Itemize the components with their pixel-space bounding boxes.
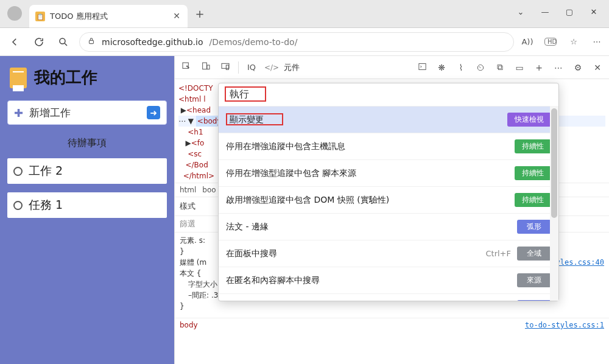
favorite-icon[interactable]: ☆ xyxy=(568,37,580,46)
command-item[interactable]: 停用在增強追蹤中包含主機訊息持續性 xyxy=(219,133,558,159)
command-item[interactable]: 顯示變更快速檢視 xyxy=(219,106,558,133)
refresh-button[interactable] xyxy=(30,33,48,51)
app-header: 我的工作 xyxy=(7,63,167,92)
url-field[interactable]: microsoftedge.github.io/Demos/demo-to-do… xyxy=(79,32,514,52)
search-button[interactable] xyxy=(55,33,72,51)
styles-rule-bottom: body to-do-styles.css:1 xyxy=(175,318,609,332)
command-label: 顯示變更 xyxy=(226,114,501,125)
window-controls: ⌄ — ▢ ✕ xyxy=(516,0,609,16)
more-tools-icon[interactable]: ⋯ xyxy=(552,63,565,72)
new-tab-button[interactable]: + xyxy=(191,7,208,24)
command-menu[interactable]: 執行 顯示變更快速檢視停用在增強追蹤中包含主機訊息持續性停用在增強型追蹤中包含 … xyxy=(218,83,559,301)
add-panel-button[interactable]: + xyxy=(532,63,546,72)
url-path: /Demos/demo-to-do/ xyxy=(209,37,298,47)
command-item[interactable]: 在面板中搜尋Ctrl+F全域 xyxy=(219,240,558,267)
command-prompt: 執行 xyxy=(225,86,266,102)
window-titlebar: 📋 TODO 應用程式 ✕ + ⌄ — ▢ ✕ xyxy=(0,0,609,28)
command-label: 啟用增強型追蹤中包含 DOM 快照 (實驗性) xyxy=(226,195,509,206)
svg-point-0 xyxy=(60,38,65,44)
settings-icon[interactable]: ⚙ xyxy=(571,63,585,72)
command-label: 在匿名和內容腳本中搜尋 xyxy=(226,275,511,286)
plus-icon: ✚ xyxy=(14,107,23,119)
performance-icon[interactable]: ⏲ xyxy=(474,63,487,72)
scrollbar[interactable] xyxy=(550,106,558,301)
command-badge: 持續性 xyxy=(515,193,551,207)
memory-icon[interactable]: ⧉ xyxy=(493,62,507,72)
command-item[interactable]: 停用在增強型追蹤中包含 腳本來源持續性 xyxy=(219,159,558,186)
close-devtools-button[interactable]: ✕ xyxy=(591,63,604,72)
network-icon[interactable]: ⌇ xyxy=(454,63,468,72)
task-item[interactable]: 工作 2 xyxy=(7,158,167,184)
command-badge: 持續性 xyxy=(515,139,551,153)
command-badge: 全域 xyxy=(517,247,551,261)
command-badge: 外觀 xyxy=(517,300,551,301)
tab-title: TODO 應用程式 xyxy=(50,11,167,22)
checkbox-icon[interactable] xyxy=(13,201,23,210)
svg-rect-7 xyxy=(418,63,425,69)
svg-rect-1 xyxy=(90,40,94,43)
command-item[interactable]: 繁體中文 () - 中文 (繁體)外觀 xyxy=(219,293,558,301)
device-icon[interactable] xyxy=(199,61,213,74)
back-button[interactable] xyxy=(6,33,23,51)
command-badge: 持續性 xyxy=(515,166,551,180)
close-window-button[interactable]: ✕ xyxy=(590,7,598,16)
responsive-icon[interactable] xyxy=(219,61,232,74)
address-actions: A)) HD ☆ ⋯ xyxy=(521,37,603,46)
command-badge: 弧形 xyxy=(517,220,551,234)
svg-rect-4 xyxy=(207,65,209,69)
settings-menu-icon[interactable]: ⋯ xyxy=(591,37,603,46)
command-item[interactable]: 在匿名和內容腳本中搜尋來源 xyxy=(219,267,558,293)
svg-rect-6 xyxy=(226,65,228,69)
minimize-button[interactable]: — xyxy=(541,7,549,16)
collections-icon[interactable]: HD xyxy=(544,38,557,46)
pending-label: 待辦事項 xyxy=(7,137,167,150)
close-tab-button[interactable]: ✕ xyxy=(172,12,181,21)
svg-rect-2 xyxy=(183,63,188,68)
inspect-icon[interactable] xyxy=(180,61,193,74)
command-item[interactable]: 法文 - 邊緣弧形 xyxy=(219,213,558,240)
add-task-placeholder: 新增工作 xyxy=(29,106,141,120)
checkbox-icon[interactable] xyxy=(13,167,23,176)
profile-avatar[interactable] xyxy=(7,6,22,21)
read-aloud-icon[interactable]: A)) xyxy=(521,37,533,46)
browser-tab[interactable]: 📋 TODO 應用程式 ✕ xyxy=(29,5,188,28)
todo-app: 我的工作 ✚ 新增工作 ➜ 待辦事項 工作 2 任務 1 xyxy=(0,56,174,364)
submit-task-button[interactable]: ➜ xyxy=(147,106,160,119)
console-icon[interactable] xyxy=(415,62,429,73)
issues-icon[interactable]: ❋ xyxy=(435,63,448,72)
clipboard-icon xyxy=(10,68,27,88)
task-label: 任務 1 xyxy=(29,197,63,213)
app-title: 我的工作 xyxy=(34,67,97,88)
elements-tab-icon: </> xyxy=(264,63,278,72)
lock-icon xyxy=(87,37,96,47)
command-label: 停用在增強型追蹤中包含 腳本來源 xyxy=(226,168,509,179)
application-icon[interactable]: ▭ xyxy=(513,63,526,72)
chevron-down-icon[interactable]: ⌄ xyxy=(516,7,525,16)
command-item[interactable]: 啟用增強型追蹤中包含 DOM 快照 (實驗性)持續性 xyxy=(219,186,558,213)
svg-rect-5 xyxy=(222,63,229,68)
command-list: 顯示變更快速檢視停用在增強追蹤中包含主機訊息持續性停用在增強型追蹤中包含 腳本來… xyxy=(219,106,558,301)
command-shortcut: Ctrl+F xyxy=(485,249,511,258)
command-badge: 來源 xyxy=(517,273,551,287)
task-label: 工作 2 xyxy=(29,163,63,179)
command-search-input[interactable]: 執行 xyxy=(219,83,558,106)
svg-rect-3 xyxy=(203,63,207,69)
maximize-button[interactable]: ▢ xyxy=(565,7,574,16)
add-task-input[interactable]: ✚ 新增工作 ➜ xyxy=(7,100,167,125)
command-label: 停用在增強追蹤中包含主機訊息 xyxy=(226,141,509,152)
css-link[interactable]: to-do-styles.css:1 xyxy=(525,321,604,329)
elements-tab[interactable]: 元件 xyxy=(284,62,300,73)
devtools-toolbar: IQ </> 元件 ❋ ⌇ ⏲ ⧉ ▭ + ⋯ ⚙ ✕ xyxy=(175,56,609,79)
iq-icon[interactable]: IQ xyxy=(245,63,258,72)
task-item[interactable]: 任務 1 xyxy=(7,192,167,218)
address-bar: microsoftedge.github.io/Demos/demo-to-do… xyxy=(0,28,609,56)
command-label: 在面板中搜尋 xyxy=(226,248,472,259)
clipboard-icon: 📋 xyxy=(35,12,45,21)
command-badge: 快速檢視 xyxy=(507,113,551,127)
command-label: 法文 - 邊緣 xyxy=(226,222,511,233)
url-host: microsoftedge.github.io xyxy=(102,37,203,47)
